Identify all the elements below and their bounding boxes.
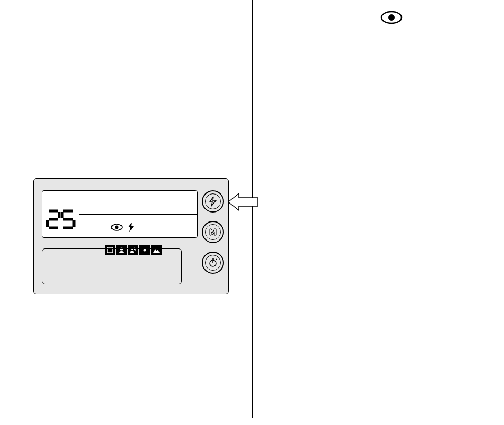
lcd-status-icons	[111, 223, 134, 234]
m-icon	[209, 228, 217, 236]
svg-point-1	[388, 14, 395, 21]
eye-icon-top	[380, 11, 403, 26]
timer-button[interactable]	[202, 252, 224, 274]
camera-control-panel	[33, 178, 229, 294]
flash-bolt-icon	[209, 196, 217, 207]
mode-button[interactable]	[202, 221, 224, 243]
flash-button[interactable]	[202, 190, 224, 212]
svg-line-21	[216, 259, 217, 260]
lcd-display	[42, 190, 198, 238]
eye-icon	[111, 224, 123, 233]
lower-panel	[42, 248, 182, 284]
frame-counter	[46, 209, 77, 233]
lcd-divider-line	[79, 214, 198, 215]
pointer-arrow	[227, 192, 259, 214]
bolt-icon	[128, 223, 134, 234]
timer-icon	[208, 258, 218, 267]
svg-point-13	[115, 226, 119, 229]
